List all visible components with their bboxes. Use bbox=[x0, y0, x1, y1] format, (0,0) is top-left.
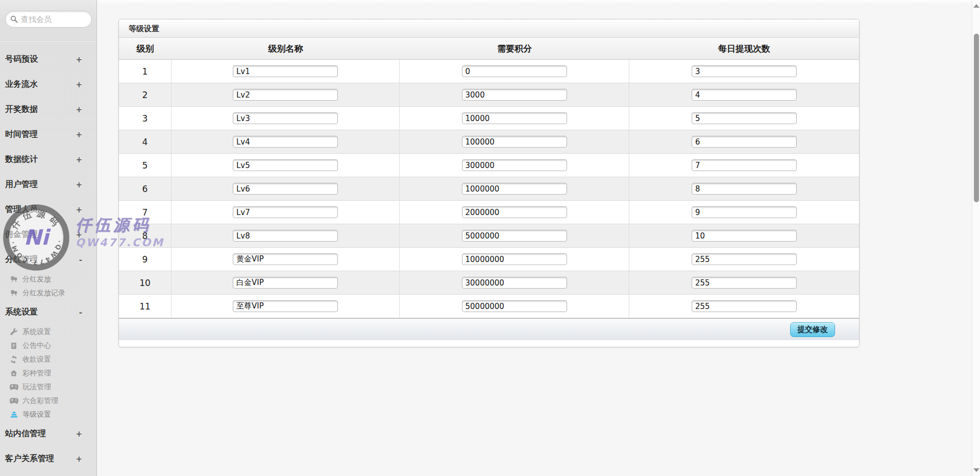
sidebar-item-site-mail[interactable]: 站内信管理+ bbox=[0, 421, 96, 446]
required-points-input[interactable] bbox=[462, 159, 567, 171]
required-points-input[interactable] bbox=[462, 112, 567, 124]
main-content: 等级设置 级别 级别名称 需要积分 每日提现次数 1234567891011 提… bbox=[97, 0, 972, 476]
daily-withdrawals-cell bbox=[629, 154, 859, 177]
expand-icon[interactable]: + bbox=[76, 55, 82, 64]
sidebar-item-crm[interactable]: 客户关系管理+ bbox=[0, 446, 96, 471]
level-cell: 11 bbox=[119, 295, 172, 318]
sidebar-item-business-flow[interactable]: 业务流水+ bbox=[0, 72, 96, 97]
submit-button[interactable]: 提交修改 bbox=[790, 322, 835, 337]
daily-withdrawals-input[interactable] bbox=[692, 206, 797, 218]
level-number: 1 bbox=[142, 66, 148, 77]
table-row: 2 bbox=[119, 83, 859, 107]
level-number: 8 bbox=[142, 231, 148, 241]
vertical-scrollbar[interactable] bbox=[972, 0, 980, 476]
expand-icon[interactable]: + bbox=[76, 205, 82, 215]
required-points-cell bbox=[400, 295, 629, 318]
daily-withdrawals-input[interactable] bbox=[692, 89, 797, 101]
sidebar-subitem-lottery-types[interactable]: 彩种管理 bbox=[0, 366, 96, 380]
level-name-cell bbox=[172, 154, 400, 177]
expand-icon[interactable]: + bbox=[76, 230, 82, 240]
level-name-input[interactable] bbox=[233, 230, 338, 242]
col-header-level: 级别 bbox=[119, 38, 172, 59]
sidebar-subitem-dividend-grant[interactable]: 分红发放 bbox=[0, 272, 96, 286]
required-points-cell bbox=[400, 107, 629, 130]
required-points-input[interactable] bbox=[462, 253, 567, 265]
sidebar-item-commission[interactable]: 佣金管理+ bbox=[0, 222, 96, 247]
daily-withdrawals-input[interactable] bbox=[692, 65, 797, 77]
sidebar-subitem-label: 收款设置 bbox=[22, 355, 51, 364]
level-number: 4 bbox=[142, 137, 148, 147]
sidebar-item-label: 号码预设 bbox=[5, 54, 76, 65]
search-input[interactable] bbox=[21, 15, 85, 24]
daily-withdrawals-input[interactable] bbox=[692, 183, 797, 195]
level-name-input[interactable] bbox=[233, 253, 338, 265]
sidebar-subitem-mark6-manage[interactable]: 六合彩管理 bbox=[0, 394, 96, 408]
level-cell: 4 bbox=[119, 130, 172, 153]
expand-icon[interactable]: + bbox=[76, 180, 82, 189]
daily-withdrawals-input[interactable] bbox=[692, 112, 797, 124]
daily-withdrawals-input[interactable] bbox=[692, 253, 797, 265]
sidebar-subitem-payment-setup[interactable]: 收款设置 bbox=[0, 352, 96, 366]
sidebar-item-system[interactable]: 系统设置- bbox=[0, 300, 96, 325]
expand-icon[interactable]: + bbox=[76, 455, 82, 464]
member-search-box[interactable] bbox=[5, 11, 92, 28]
level-name-input[interactable] bbox=[233, 136, 338, 148]
level-name-input[interactable] bbox=[233, 183, 338, 195]
panel-bottom-strip bbox=[119, 340, 859, 347]
daily-withdrawals-input[interactable] bbox=[692, 136, 797, 148]
panel-title: 等级设置 bbox=[119, 19, 859, 38]
sidebar-item-dividend[interactable]: 分红管理- bbox=[0, 247, 96, 272]
collapse-icon[interactable]: - bbox=[79, 308, 82, 317]
sidebar-item-data-stats[interactable]: 数据统计+ bbox=[0, 147, 96, 172]
scrollbar-thumb[interactable] bbox=[974, 34, 979, 202]
level-number: 9 bbox=[142, 254, 148, 265]
expand-icon[interactable]: + bbox=[76, 105, 82, 114]
scroll-down-arrow-icon[interactable] bbox=[973, 468, 979, 473]
expand-icon[interactable]: + bbox=[76, 130, 82, 139]
sidebar-subitem-dividend-record[interactable]: 分红发放记录 bbox=[0, 286, 96, 300]
expand-icon[interactable]: + bbox=[76, 430, 82, 439]
required-points-cell bbox=[400, 271, 629, 294]
sidebar-subitem-notice-center[interactable]: 公告中心 bbox=[0, 339, 96, 352]
level-cell: 3 bbox=[119, 107, 172, 130]
col-header-points: 需要积分 bbox=[400, 38, 629, 59]
levels-icon bbox=[9, 411, 18, 419]
daily-withdrawals-input[interactable] bbox=[692, 230, 797, 242]
sidebar-item-time-manage[interactable]: 时间管理+ bbox=[0, 122, 96, 147]
expand-icon[interactable]: + bbox=[76, 155, 82, 164]
level-name-input[interactable] bbox=[233, 277, 338, 289]
sidebar-item-label: 业务流水 bbox=[5, 79, 76, 90]
required-points-input[interactable] bbox=[462, 300, 567, 312]
daily-withdrawals-input[interactable] bbox=[692, 159, 797, 171]
sidebar-subitem-play-manage[interactable]: 玩法管理 bbox=[0, 380, 96, 394]
sidebar-item-user-manage[interactable]: 用户管理+ bbox=[0, 172, 96, 197]
sidebar-subitem-label: 彩种管理 bbox=[22, 369, 51, 378]
level-name-input[interactable] bbox=[233, 89, 338, 101]
required-points-input[interactable] bbox=[462, 136, 567, 148]
level-name-input[interactable] bbox=[233, 112, 338, 124]
required-points-cell bbox=[400, 130, 629, 153]
required-points-input[interactable] bbox=[462, 230, 567, 242]
sidebar-item-label: 数据统计 bbox=[5, 154, 76, 165]
required-points-input[interactable] bbox=[462, 89, 567, 101]
sidebar-subitem-system-settings[interactable]: 系统设置 bbox=[0, 325, 96, 339]
sidebar-item-admin-staff[interactable]: 管理人员+ bbox=[0, 197, 96, 222]
expand-icon[interactable]: + bbox=[76, 80, 82, 89]
table-body: 1234567891011 bbox=[119, 60, 859, 318]
required-points-input[interactable] bbox=[462, 206, 567, 218]
required-points-input[interactable] bbox=[462, 183, 567, 195]
level-name-input[interactable] bbox=[233, 300, 338, 312]
table-header-row: 级别 级别名称 需要积分 每日提现次数 bbox=[119, 38, 859, 60]
required-points-input[interactable] bbox=[462, 277, 567, 289]
collapse-icon[interactable]: - bbox=[79, 255, 82, 265]
required-points-input[interactable] bbox=[462, 65, 567, 77]
level-name-input[interactable] bbox=[233, 65, 338, 77]
sidebar-item-number-preset[interactable]: 号码预设+ bbox=[0, 47, 96, 72]
scroll-up-arrow-icon[interactable] bbox=[973, 4, 979, 9]
daily-withdrawals-input[interactable] bbox=[692, 277, 797, 289]
sidebar-subitem-level-settings[interactable]: 等级设置 bbox=[0, 408, 96, 421]
level-name-input[interactable] bbox=[233, 206, 338, 218]
sidebar-item-draw-data[interactable]: 开奖数据+ bbox=[0, 97, 96, 122]
level-name-input[interactable] bbox=[233, 159, 338, 171]
daily-withdrawals-input[interactable] bbox=[692, 300, 797, 312]
